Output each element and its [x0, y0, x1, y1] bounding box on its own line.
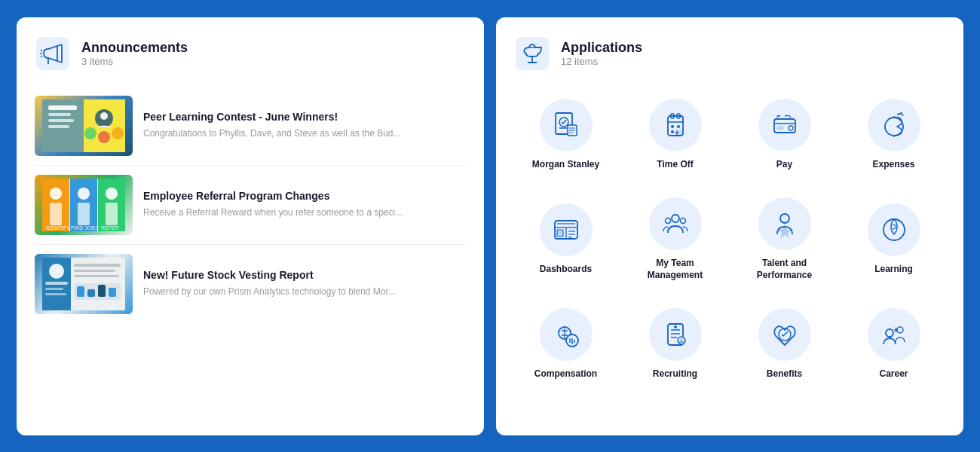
svg-point-15 [84, 127, 96, 139]
svg-rect-10 [48, 113, 71, 116]
svg-rect-27 [106, 203, 118, 225]
announcement-desc-3: Powered by our own Prism Analytics techn… [143, 286, 396, 298]
announcements-header: Announcements 3 items [35, 35, 466, 72]
announcement-text-2: Employee Referral Program Changes Receiv… [143, 190, 403, 219]
announcement-text-1: Peer Learning Contest - June Winners! Co… [143, 111, 401, 140]
app-pay[interactable]: Pay [733, 87, 836, 180]
svg-point-80 [665, 218, 670, 224]
app-label-learning: Learning [874, 264, 913, 276]
app-label-recruiting: Recruiting [653, 368, 697, 380]
app-expenses[interactable]: Expenses [842, 87, 945, 180]
announcement-thumb-1 [35, 96, 133, 156]
svg-point-100 [897, 327, 903, 333]
morgan-stanley-icon-bg [540, 99, 593, 151]
announcement-title-1: Peer Learning Contest - June Winners! [143, 111, 401, 123]
svg-point-17 [112, 127, 124, 139]
announcement-thumb-2: IDENTIFY FIND JOBS REFER [35, 175, 133, 235]
svg-rect-42 [87, 289, 95, 297]
announcement-item[interactable]: Peer Learning Contest - June Winners! Co… [35, 87, 466, 166]
svg-point-14 [100, 112, 108, 120]
app-recruiting[interactable]: Recruiting [623, 296, 727, 389]
announcement-desc-1: Congratulations to Phyllis, Dave, and St… [143, 127, 401, 140]
app-dashboards[interactable]: Dashboards [514, 185, 617, 290]
svg-point-79 [672, 215, 679, 222]
svg-rect-35 [45, 288, 63, 290]
applications-panel: Applications 12 items Morgan Stanley [496, 17, 963, 435]
app-career[interactable]: Career [842, 296, 945, 389]
app-label-time-off: Time Off [657, 159, 693, 171]
app-label-expenses: Expenses [872, 159, 914, 171]
svg-point-84 [884, 219, 905, 240]
svg-rect-36 [45, 293, 66, 295]
svg-text:REFER: REFER [101, 225, 119, 231]
svg-point-22 [50, 188, 62, 200]
announcement-item[interactable]: IDENTIFY FIND JOBS REFER Employee Referr… [35, 166, 466, 245]
team-management-icon-bg [649, 197, 702, 250]
app-label-compensation: Compensation [534, 368, 597, 380]
app-label-morgan-stanley: Morgan Stanley [532, 159, 599, 171]
app-label-benefits: Benefits [767, 368, 802, 380]
apps-grid: Morgan Stanley Time Off [514, 87, 945, 389]
recruiting-icon-bg [649, 308, 702, 361]
svg-rect-43 [98, 285, 106, 297]
applications-icon [514, 35, 550, 72]
app-talent-performance[interactable]: Talent and Performance [733, 185, 836, 290]
announcements-panel: Announcements 3 items [17, 17, 484, 435]
benefits-icon-bg [758, 308, 811, 361]
dashboards-icon-bg [540, 203, 593, 256]
svg-point-81 [680, 218, 685, 224]
announcement-title-3: New! Future Stock Vesting Report [143, 269, 396, 281]
applications-title: Applications [561, 40, 642, 56]
svg-rect-34 [45, 282, 68, 285]
announcement-item[interactable]: New! Future Stock Vesting Report Powered… [35, 245, 466, 323]
svg-point-65 [789, 126, 793, 130]
app-benefits[interactable]: Benefits [733, 296, 836, 389]
svg-rect-11 [48, 119, 74, 122]
applications-count: 12 items [561, 56, 642, 67]
announcements-title-group: Announcements 3 items [81, 40, 188, 67]
svg-rect-44 [109, 288, 116, 297]
app-label-pay: Pay [776, 159, 792, 171]
svg-point-57 [671, 125, 674, 128]
announcement-text-3: New! Future Stock Vesting Report Powered… [143, 269, 396, 298]
svg-point-96 [680, 338, 683, 341]
svg-point-99 [886, 329, 893, 337]
announcements-title: Announcements [81, 40, 188, 56]
app-label-dashboards: Dashboards [540, 264, 592, 276]
svg-point-33 [49, 264, 64, 279]
svg-rect-64 [777, 127, 783, 130]
time-off-icon-bg [649, 99, 702, 151]
app-morgan-stanley[interactable]: Morgan Stanley [514, 87, 617, 180]
svg-rect-39 [74, 275, 119, 277]
svg-text:IDENTIFY: IDENTIFY [46, 225, 70, 231]
app-compensation[interactable]: Compensation [514, 296, 617, 389]
svg-rect-12 [48, 125, 69, 128]
svg-rect-37 [74, 264, 121, 267]
svg-rect-38 [74, 270, 115, 272]
svg-point-58 [677, 125, 680, 128]
app-team-management[interactable]: My Team Management [623, 185, 727, 290]
svg-rect-45 [516, 37, 549, 70]
announcement-title-2: Employee Referral Program Changes [143, 190, 403, 202]
svg-point-16 [98, 131, 110, 143]
learning-icon-bg [868, 203, 920, 256]
svg-point-94 [674, 325, 677, 328]
svg-line-69 [897, 113, 902, 115]
career-icon-bg [868, 308, 920, 361]
svg-point-82 [780, 214, 789, 223]
svg-rect-41 [77, 286, 84, 297]
svg-point-26 [106, 188, 118, 200]
app-label-team-management: My Team Management [629, 258, 721, 281]
announcement-desc-2: Receive a Referral Reward when you refer… [143, 206, 403, 219]
compensation-icon-bg [540, 308, 593, 361]
pay-icon-bg [758, 99, 811, 151]
app-label-career: Career [879, 368, 908, 380]
app-learning[interactable]: Learning [842, 185, 945, 290]
app-time-off[interactable]: Time Off [623, 87, 727, 180]
applications-title-group: Applications 12 items [561, 40, 642, 67]
expenses-icon-bg [868, 99, 920, 151]
svg-text:FIND JOBS: FIND JOBS [71, 225, 99, 231]
talent-performance-icon-bg [758, 197, 811, 250]
svg-rect-9 [48, 105, 77, 110]
svg-point-59 [671, 130, 674, 133]
